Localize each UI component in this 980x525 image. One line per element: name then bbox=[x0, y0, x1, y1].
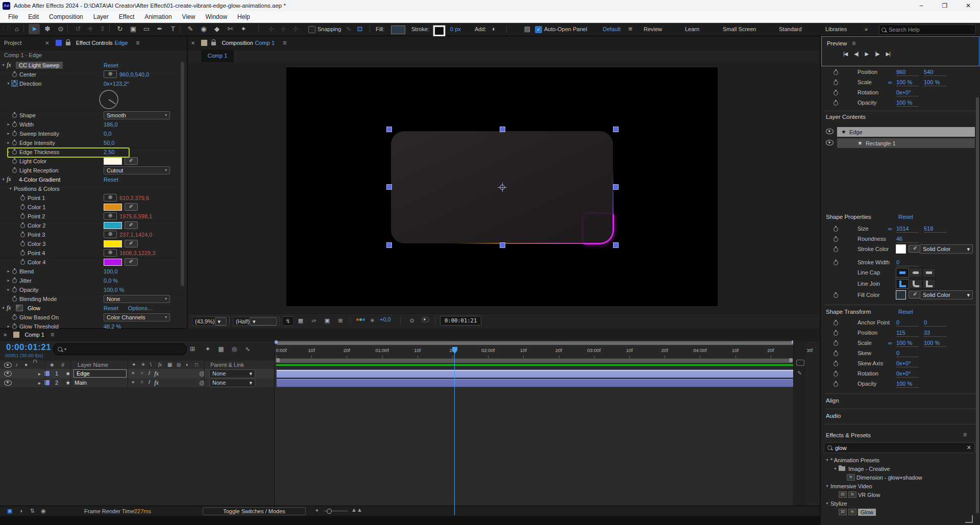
stopwatch-icon[interactable] bbox=[12, 314, 17, 320]
magnification-dropdown[interactable]: (43,9%)▾ bbox=[192, 316, 230, 326]
next-frame-button[interactable]: |▶ bbox=[875, 51, 879, 57]
frame-blending-icon[interactable]: ▦ bbox=[215, 344, 227, 354]
value-1[interactable]: 1014 bbox=[896, 226, 919, 233]
preset-tree-item[interactable]: ▾* Animation Presets bbox=[821, 456, 975, 464]
stopwatch-icon[interactable] bbox=[833, 361, 839, 366]
panel-group-chip[interactable] bbox=[201, 40, 207, 46]
menu-edit[interactable]: Edit bbox=[23, 13, 44, 20]
switch-icon[interactable]: / bbox=[149, 379, 150, 387]
value-1[interactable]: 0x+0° bbox=[896, 360, 919, 367]
value-2[interactable]: 33 bbox=[924, 330, 946, 337]
panel-resize-grip[interactable] bbox=[965, 515, 973, 523]
panel-group-chip[interactable] bbox=[13, 332, 19, 338]
graph-editor-icon[interactable]: ∿ bbox=[242, 344, 253, 354]
layers-status-icon[interactable]: ▣ bbox=[5, 507, 14, 515]
axis-mode-icon[interactable]: ⊹ bbox=[278, 24, 289, 34]
axis-mode-icon[interactable]: ⊹ bbox=[290, 24, 301, 34]
line-join-option[interactable] bbox=[896, 279, 909, 289]
timeline-zoom-knob[interactable] bbox=[327, 509, 332, 514]
lock-icon[interactable] bbox=[211, 42, 216, 45]
stopwatch-icon[interactable] bbox=[12, 121, 17, 127]
stopwatch-icon[interactable] bbox=[12, 167, 17, 173]
preset-label[interactable]: Dimension - glow+shadow bbox=[856, 474, 922, 481]
motion-blur-icon[interactable]: ◎ bbox=[229, 344, 240, 354]
navigator-start-handle[interactable] bbox=[275, 340, 278, 344]
switch-icon[interactable]: fx bbox=[154, 370, 159, 378]
options-link[interactable]: Options… bbox=[128, 305, 153, 311]
shape-transform-reset[interactable]: Reset bbox=[898, 309, 913, 315]
transparency-grid-icon[interactable]: ▦ bbox=[295, 316, 306, 325]
point-picker-icon[interactable]: ⊕ bbox=[104, 212, 117, 220]
point-picker-icon[interactable]: ⊕ bbox=[104, 70, 117, 78]
roto-brush-tool-icon[interactable]: ✄ bbox=[225, 24, 236, 34]
property-value[interactable]: 1608,3,1229,3 bbox=[119, 250, 155, 256]
snap-options-icon[interactable]: ∿ bbox=[343, 24, 354, 34]
mask-visibility-icon[interactable]: ▱ bbox=[308, 316, 320, 325]
axis-mode-icon[interactable]: ⊹ bbox=[265, 24, 277, 34]
tab-project[interactable]: Project bbox=[4, 40, 21, 46]
last-frame-button[interactable]: ▶| bbox=[886, 51, 890, 57]
stopwatch-icon[interactable] bbox=[20, 213, 26, 219]
menu-view[interactable]: View bbox=[177, 13, 201, 20]
point-picker-icon[interactable]: ⊕ bbox=[104, 194, 117, 202]
menu-animation[interactable]: Animation bbox=[139, 13, 177, 20]
fill-swatch[interactable] bbox=[391, 26, 405, 34]
effect-name[interactable]: CC Light Sweep bbox=[16, 62, 63, 69]
work-area-bar[interactable] bbox=[276, 359, 793, 363]
workspace-menu-icon[interactable]: ≡ bbox=[625, 24, 636, 34]
puppet-pin-tool-icon[interactable]: ✦ bbox=[238, 24, 249, 34]
close-button[interactable]: ✕ bbox=[957, 0, 980, 11]
property-value[interactable]: 237,1,1424,0 bbox=[119, 232, 152, 238]
effect-controls-scrollbar[interactable] bbox=[181, 62, 184, 286]
selection-handle[interactable] bbox=[386, 127, 392, 132]
eyedropper-icon[interactable]: ✐ bbox=[125, 221, 138, 229]
previous-frame-button[interactable]: ◀| bbox=[854, 51, 858, 57]
stopwatch-icon[interactable] bbox=[12, 323, 17, 329]
timeline-tab[interactable]: Comp 1 bbox=[24, 332, 44, 338]
layer-contents-item[interactable]: ★Edge bbox=[837, 127, 975, 137]
panel-menu-icon[interactable]: ≡ bbox=[46, 331, 58, 338]
dropdown[interactable]: Smooth▾ bbox=[104, 111, 170, 119]
twirl-open-icon[interactable]: ▾ bbox=[824, 458, 830, 462]
selection-handle[interactable] bbox=[613, 127, 619, 132]
line-cap-option[interactable] bbox=[922, 268, 936, 278]
stopwatch-icon[interactable] bbox=[12, 287, 17, 292]
maximize-button[interactable]: ❒ bbox=[933, 0, 957, 11]
workspace-default[interactable]: Default bbox=[603, 23, 621, 36]
twirl-open-icon[interactable]: ▾ bbox=[0, 306, 7, 310]
value-x[interactable]: 100 % bbox=[896, 99, 919, 107]
effect-name[interactable]: Glow bbox=[24, 305, 43, 312]
minimize-button[interactable]: – bbox=[910, 0, 933, 11]
playhead-line[interactable] bbox=[454, 353, 455, 515]
fill-type-dropdown[interactable]: Solid Color▾ bbox=[920, 244, 973, 254]
color-swatch[interactable] bbox=[896, 290, 906, 299]
exposure-reset-icon[interactable]: ✳ bbox=[366, 316, 378, 325]
panel-menu-icon[interactable]: ≡ bbox=[132, 39, 143, 46]
effects-presets-search-value[interactable]: glow bbox=[835, 445, 964, 451]
stopwatch-icon[interactable] bbox=[20, 232, 26, 237]
dropdown[interactable]: Cutout▾ bbox=[104, 166, 170, 174]
fill-type-dropdown[interactable]: Solid Color▾ bbox=[920, 290, 973, 299]
layer-name[interactable]: Main bbox=[75, 380, 87, 386]
expander-closed-icon[interactable]: ▸ bbox=[5, 131, 12, 136]
preset-label[interactable]: VR Glow bbox=[858, 492, 880, 498]
reset-link[interactable]: Reset bbox=[104, 177, 118, 183]
hand-tool-icon[interactable]: ✽ bbox=[42, 24, 53, 34]
layer-expander-icon[interactable]: ▸ bbox=[38, 371, 41, 377]
value-1[interactable]: 0x+0° bbox=[896, 370, 919, 378]
color-swatch[interactable] bbox=[104, 158, 122, 165]
twirl-open-icon[interactable]: ▾ bbox=[824, 501, 830, 506]
twirl-open-icon[interactable]: ▾ bbox=[7, 186, 14, 191]
help-search-box[interactable]: Search Help bbox=[879, 24, 976, 35]
stopwatch-icon[interactable] bbox=[20, 195, 26, 201]
safe-margins-icon[interactable]: ⊞ bbox=[335, 316, 346, 325]
parent-link-dropdown[interactable]: None▾ bbox=[209, 379, 255, 387]
property-value[interactable]: 100,0 % bbox=[104, 287, 124, 293]
draft-3d-icon[interactable]: ✦ bbox=[202, 344, 213, 354]
value-2[interactable]: 0 bbox=[924, 319, 946, 327]
layer-expander-icon[interactable]: ▸ bbox=[38, 380, 41, 386]
comp-viewer-tab[interactable]: Comp 1 bbox=[201, 49, 234, 62]
eyedropper-icon[interactable]: ✐ bbox=[125, 258, 138, 266]
layer-visibility-icon[interactable] bbox=[4, 371, 12, 377]
link-icon[interactable]: ∞ bbox=[888, 226, 892, 232]
